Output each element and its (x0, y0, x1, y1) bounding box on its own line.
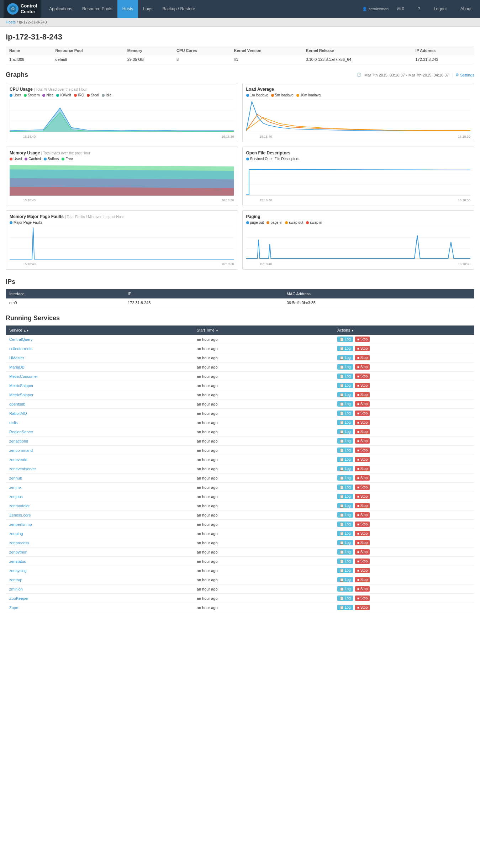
service-link[interactable]: zenactiond (9, 439, 28, 443)
service-link[interactable]: zentrap (9, 578, 22, 582)
service-link[interactable]: zenjobs (9, 494, 23, 499)
service-stop-button[interactable]: ■ Stop (355, 605, 370, 610)
service-log-button[interactable]: 📋 Log (337, 596, 353, 601)
service-log-button[interactable]: 📋 Log (337, 549, 353, 555)
service-link[interactable]: zeneventserver (9, 467, 36, 471)
service-stop-button[interactable]: ■ Stop (355, 337, 370, 342)
service-log-button[interactable]: 📋 Log (337, 466, 353, 471)
service-link[interactable]: HMaster (9, 356, 24, 360)
service-link[interactable]: collectorredis (9, 346, 32, 351)
service-stop-button[interactable]: ■ Stop (355, 568, 370, 573)
service-stop-button[interactable]: ■ Stop (355, 466, 370, 471)
nav-item-about[interactable]: About (455, 0, 476, 18)
service-link[interactable]: Zenoss.core (9, 513, 31, 517)
service-log-button[interactable]: 📋 Log (337, 475, 353, 481)
service-link[interactable]: zminion (9, 587, 23, 591)
service-link[interactable]: zenhub (9, 476, 22, 480)
service-stop-button[interactable]: ■ Stop (355, 596, 370, 601)
service-log-button[interactable]: 📋 Log (337, 411, 353, 416)
service-log-button[interactable]: 📋 Log (337, 568, 353, 573)
service-log-button[interactable]: 📋 Log (337, 429, 353, 434)
service-stop-button[interactable]: ■ Stop (355, 392, 370, 397)
service-link[interactable]: MetricShipper (9, 393, 33, 397)
breadcrumb-hosts-link[interactable]: Hosts (6, 20, 16, 24)
services-col-service[interactable]: Service ▲▼ (6, 326, 193, 335)
service-log-button[interactable]: 📋 Log (337, 531, 353, 536)
service-log-button[interactable]: 📋 Log (337, 494, 353, 499)
service-link[interactable]: zenprocess (9, 541, 29, 545)
service-log-button[interactable]: 📋 Log (337, 457, 353, 462)
service-stop-button[interactable]: ■ Stop (355, 429, 370, 434)
service-link[interactable]: zencommand (9, 448, 33, 452)
service-log-button[interactable]: 📋 Log (337, 485, 353, 490)
service-stop-button[interactable]: ■ Stop (355, 364, 370, 370)
service-stop-button[interactable]: ■ Stop (355, 383, 370, 388)
service-stop-button[interactable]: ■ Stop (355, 586, 370, 592)
service-log-button[interactable]: 📋 Log (337, 522, 353, 527)
service-stop-button[interactable]: ■ Stop (355, 457, 370, 462)
service-stop-button[interactable]: ■ Stop (355, 485, 370, 490)
service-log-button[interactable]: 📋 Log (337, 374, 353, 379)
nav-item-logs[interactable]: Logs (138, 0, 157, 18)
service-log-button[interactable]: 📋 Log (337, 401, 353, 407)
service-stop-button[interactable]: ■ Stop (355, 475, 370, 481)
service-stop-button[interactable]: ■ Stop (355, 355, 370, 360)
service-stop-button[interactable]: ■ Stop (355, 531, 370, 536)
service-link[interactable]: MetricShipper (9, 383, 33, 388)
service-stop-button[interactable]: ■ Stop (355, 438, 370, 444)
service-stop-button[interactable]: ■ Stop (355, 522, 370, 527)
service-log-button[interactable]: 📋 Log (337, 364, 353, 370)
service-log-button[interactable]: 📋 Log (337, 346, 353, 351)
service-log-button[interactable]: 📋 Log (337, 605, 353, 610)
service-stop-button[interactable]: ■ Stop (355, 512, 370, 518)
settings-button[interactable]: ⚙ Settings (455, 73, 474, 77)
service-link[interactable]: ZooKeeper (9, 596, 28, 600)
service-link[interactable]: redis (9, 420, 18, 425)
service-stop-button[interactable]: ■ Stop (355, 374, 370, 379)
service-link[interactable]: RabbitMQ (9, 411, 27, 416)
nav-item-backup-restore[interactable]: Backup / Restore (157, 0, 200, 18)
service-stop-button[interactable]: ■ Stop (355, 577, 370, 582)
service-log-button[interactable]: 📋 Log (337, 392, 353, 397)
service-log-button[interactable]: 📋 Log (337, 438, 353, 444)
nav-item-messages[interactable]: ✉ 0 (392, 0, 409, 18)
service-stop-button[interactable]: ■ Stop (355, 559, 370, 564)
service-stop-button[interactable]: ■ Stop (355, 448, 370, 453)
service-link[interactable]: zenping (9, 531, 23, 536)
service-link[interactable]: MariaDB (9, 365, 25, 369)
service-stop-button[interactable]: ■ Stop (355, 411, 370, 416)
service-link[interactable]: zensyslog (9, 568, 27, 573)
nav-item-resource-pools[interactable]: Resource Pools (77, 0, 117, 18)
services-col-start-time[interactable]: Start Time ▼ (193, 326, 334, 335)
brand[interactable]: ⚙ ControlCenter (4, 0, 41, 18)
service-log-button[interactable]: 📋 Log (337, 420, 353, 425)
service-log-button[interactable]: 📋 Log (337, 559, 353, 564)
service-log-button[interactable]: 📋 Log (337, 577, 353, 582)
service-stop-button[interactable]: ■ Stop (355, 346, 370, 351)
service-stop-button[interactable]: ■ Stop (355, 549, 370, 555)
service-link[interactable]: RegionServer (9, 430, 33, 434)
service-link[interactable]: CentralQuery (9, 337, 32, 342)
service-link[interactable]: Zope (9, 605, 18, 610)
service-stop-button[interactable]: ■ Stop (355, 420, 370, 425)
nav-item-hosts[interactable]: Hosts (117, 0, 138, 18)
service-log-button[interactable]: 📋 Log (337, 355, 353, 360)
nav-item-help[interactable]: ? (413, 0, 425, 18)
service-log-button[interactable]: 📋 Log (337, 512, 353, 518)
service-log-button[interactable]: 📋 Log (337, 586, 353, 592)
service-stop-button[interactable]: ■ Stop (355, 540, 370, 545)
service-stop-button[interactable]: ■ Stop (355, 503, 370, 508)
service-log-button[interactable]: 📋 Log (337, 337, 353, 342)
service-link[interactable]: zenmodeler (9, 504, 30, 508)
service-link[interactable]: zeneventd (9, 457, 27, 462)
service-link[interactable]: zenperfsnmp (9, 522, 32, 526)
service-link[interactable]: zenstatus (9, 559, 26, 563)
service-stop-button[interactable]: ■ Stop (355, 494, 370, 499)
service-log-button[interactable]: 📋 Log (337, 448, 353, 453)
service-log-button[interactable]: 📋 Log (337, 503, 353, 508)
service-log-button[interactable]: 📋 Log (337, 383, 353, 388)
service-link[interactable]: zenpython (9, 550, 27, 554)
service-link[interactable]: MetricConsumer (9, 374, 38, 379)
nav-item-applications[interactable]: Applications (44, 0, 77, 18)
service-link[interactable]: opentsdb (9, 402, 25, 406)
